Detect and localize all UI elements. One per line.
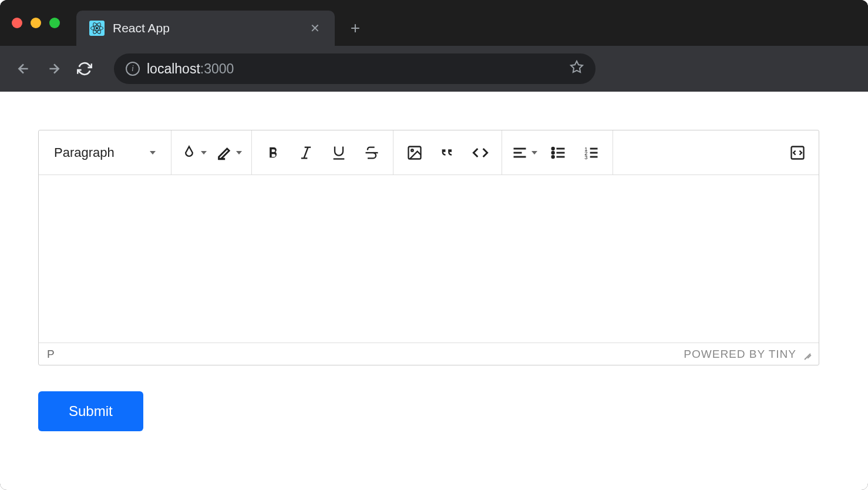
svg-point-0 [96, 27, 98, 29]
italic-button[interactable] [291, 137, 321, 168]
element-path[interactable]: P [47, 348, 684, 361]
browser-tab[interactable]: React App ✕ [76, 11, 335, 46]
format-select[interactable]: Paragraph [45, 130, 165, 174]
insert-image-button[interactable] [399, 137, 430, 168]
new-tab-button[interactable]: + [346, 19, 364, 38]
strikethrough-button[interactable] [356, 137, 387, 168]
svg-point-20 [552, 156, 554, 158]
window-close-button[interactable] [12, 18, 22, 28]
svg-line-7 [304, 147, 308, 158]
list-group: 123 [502, 130, 613, 174]
highlight-color-button[interactable] [213, 137, 245, 168]
site-info-icon[interactable]: i [126, 62, 140, 76]
url-port: :3000 [200, 61, 234, 76]
insert-group [393, 130, 502, 174]
bookmark-star-icon[interactable] [570, 60, 584, 78]
numbered-list-button[interactable]: 123 [576, 137, 607, 168]
color-group [171, 130, 252, 174]
nav-back-button[interactable] [12, 57, 35, 80]
window-minimize-button[interactable] [31, 18, 41, 28]
chevron-down-icon [201, 151, 207, 155]
blockquote-button[interactable] [432, 137, 463, 168]
browser-window: React App ✕ + i localhost:3000 [0, 0, 868, 490]
powered-by-label[interactable]: POWERED BY TINY [684, 348, 796, 361]
svg-point-19 [552, 152, 554, 154]
bold-button[interactable] [258, 137, 288, 168]
window-maximize-button[interactable] [49, 18, 60, 28]
page-content: Paragraph [0, 92, 868, 490]
svg-point-11 [411, 149, 413, 151]
svg-marker-4 [571, 61, 583, 72]
nav-forward-button[interactable] [42, 57, 66, 80]
browser-titlebar: React App ✕ + [0, 0, 868, 46]
svg-text:3: 3 [584, 154, 587, 160]
tab-title: React App [113, 21, 300, 35]
format-group: Paragraph [39, 130, 171, 174]
url-host: localhost [147, 61, 200, 76]
react-favicon-icon [89, 21, 105, 36]
tab-close-icon[interactable]: ✕ [308, 21, 322, 35]
format-select-label: Paragraph [54, 145, 115, 160]
source-code-button[interactable] [782, 137, 813, 168]
resize-handle-icon[interactable] [801, 350, 810, 359]
url-text: localhost:3000 [147, 61, 563, 77]
align-button[interactable] [508, 137, 541, 168]
bullet-list-button[interactable] [543, 137, 574, 168]
source-group [776, 130, 819, 174]
browser-toolbar: i localhost:3000 [0, 46, 868, 92]
text-style-group [252, 130, 393, 174]
nav-reload-button[interactable] [73, 57, 96, 80]
submit-button[interactable]: Submit [38, 391, 143, 431]
chevron-down-icon [236, 151, 242, 155]
window-controls [12, 18, 60, 28]
url-bar[interactable]: i localhost:3000 [114, 53, 596, 84]
underline-button[interactable] [324, 137, 354, 168]
editor-content-area[interactable] [39, 175, 819, 343]
editor-statusbar: P POWERED BY TINY [39, 343, 819, 365]
editor-toolbar: Paragraph [39, 130, 819, 175]
chevron-down-icon [150, 151, 156, 155]
code-block-button[interactable] [465, 137, 496, 168]
rich-text-editor: Paragraph [38, 130, 819, 365]
chevron-down-icon [531, 151, 537, 155]
text-color-button[interactable] [177, 137, 210, 168]
svg-point-18 [552, 147, 554, 150]
